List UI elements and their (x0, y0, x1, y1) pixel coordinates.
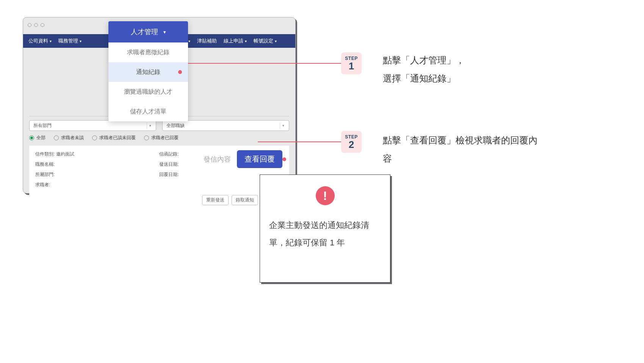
sent-date-label: 發送日期: (159, 162, 179, 167)
talent-dropdown: 人才管理 ▾ 求職者應徵紀錄 通知紀錄 瀏覽過職缺的人才 儲存人才清單 (108, 21, 188, 121)
record-card: 信件類別: 邀約面試 信函記錄: 職務名稱: 發送日期: 所屬部門: 回覆日期: (29, 146, 289, 210)
connector-line (258, 141, 341, 142)
nav-label: 職務管理 (58, 38, 78, 44)
chevron-down-icon: ▾ (163, 29, 166, 35)
applicant-label: 求職者: (35, 182, 50, 187)
nav-label: 公司資料 (28, 38, 48, 44)
info-tooltip: ! 企業主動發送的通知紀錄清單，紀錄可保留 1 年 (260, 174, 390, 283)
step-number: 1 (349, 61, 354, 71)
radio-label: 求職者未讀 (61, 135, 84, 141)
step-number: 2 (349, 140, 354, 149)
job-select[interactable]: 全部職缺 ▾ (162, 120, 289, 131)
dropdown-header-label: 人才管理 (131, 27, 158, 36)
accept-button[interactable]: 錄取通知 (232, 195, 258, 205)
radio-label: 全部 (36, 135, 45, 141)
chevron-down-icon: ▾ (280, 122, 287, 129)
window-dot (41, 23, 44, 27)
record-right-actions: 發信內容 查看回覆 (204, 150, 282, 168)
radio-label: 求職者已讀未回覆 (99, 135, 136, 141)
step1-description: 點擊「人才管理」， 選擇「通知紀錄」 (383, 51, 542, 88)
radio-icon (54, 135, 59, 140)
view-reply-button[interactable]: 查看回覆 (237, 150, 282, 168)
chevron-down-icon: ▾ (147, 122, 154, 129)
dropdown-item-apply-log[interactable]: 求職者應徵紀錄 (108, 42, 188, 62)
dropdown-item-saved[interactable]: 儲存人才清單 (108, 102, 188, 121)
dept-select[interactable]: 所有部門 ▾ (29, 120, 156, 131)
info-text: 企業主動發送的通知紀錄清單，紀錄可保留 1 年 (269, 217, 381, 251)
radio-read-noreply[interactable]: 求職者已讀未回覆 (92, 135, 136, 141)
radio-icon (92, 135, 97, 140)
alert-icon: ! (316, 186, 335, 205)
letter-type-label: 信件類別: (35, 151, 55, 157)
nav-subsidy[interactable]: 津貼補助 (197, 38, 217, 44)
chevron-down-icon: ▾ (188, 39, 190, 43)
chevron-down-icon: ▾ (50, 39, 52, 43)
letter-type-value: 邀約面試 (56, 151, 74, 157)
chevron-down-icon: ▾ (275, 39, 277, 43)
dropdown-item-viewed[interactable]: 瀏覽過職缺的人才 (108, 82, 188, 102)
nav-account[interactable]: 帳號設定 ▾ (254, 38, 277, 44)
nav-company[interactable]: 公司資料 ▾ (28, 38, 52, 44)
nav-jobs[interactable]: 職務管理 ▾ (58, 38, 81, 44)
status-radio-row: 全部 求職者未讀 求職者已讀未回覆 求職者已回覆 (29, 135, 289, 141)
radio-icon (144, 135, 149, 140)
nav-apply[interactable]: 線上申請 ▾ (224, 38, 247, 44)
step2-description: 點擊「查看回覆」檢視求職者的回覆內容 (383, 131, 542, 168)
resend-button[interactable]: 重新發送 (202, 195, 229, 205)
select-value: 所有部門 (33, 123, 52, 129)
chevron-down-icon: ▾ (245, 39, 247, 43)
window-controls (28, 23, 44, 27)
window-dot (34, 23, 38, 27)
dropdown-item-notify-log[interactable]: 通知紀錄 (108, 62, 188, 82)
radio-label: 求職者已回覆 (151, 135, 179, 141)
radio-all[interactable]: 全部 (29, 135, 45, 141)
reply-date-label: 回覆日期: (159, 172, 179, 177)
radio-replied[interactable]: 求職者已回覆 (144, 135, 179, 141)
window-dot (28, 23, 31, 27)
chevron-down-icon: ▾ (80, 39, 81, 43)
nav-label: 線上申請 (224, 38, 243, 44)
content-link[interactable]: 發信內容 (204, 155, 231, 164)
action-row: 重新發送 錄取通知 回絕通 (35, 195, 283, 205)
radio-unread[interactable]: 求職者未讀 (54, 135, 84, 141)
step-badge-2: STEP 2 (341, 131, 362, 153)
radio-icon (29, 135, 34, 140)
job-name-label: 職務名稱: (35, 162, 55, 167)
nav-label: 帳號設定 (254, 38, 273, 44)
dept-label: 所屬部門: (35, 172, 55, 177)
filter-row: 所有部門 ▾ 全部職缺 ▾ (29, 120, 289, 131)
app-window: 公司資料 ▾ 職務管理 ▾ 紙化徵才 ▾ 津貼補助 線上申請 ▾ 帳號設定 ▾ … (23, 17, 296, 193)
dropdown-header[interactable]: 人才管理 ▾ (108, 21, 188, 42)
log-label: 信函記錄: (159, 151, 179, 157)
step-badge-1: STEP 1 (341, 52, 362, 74)
nav-label: 津貼補助 (197, 38, 217, 44)
select-value: 全部職缺 (166, 123, 185, 129)
